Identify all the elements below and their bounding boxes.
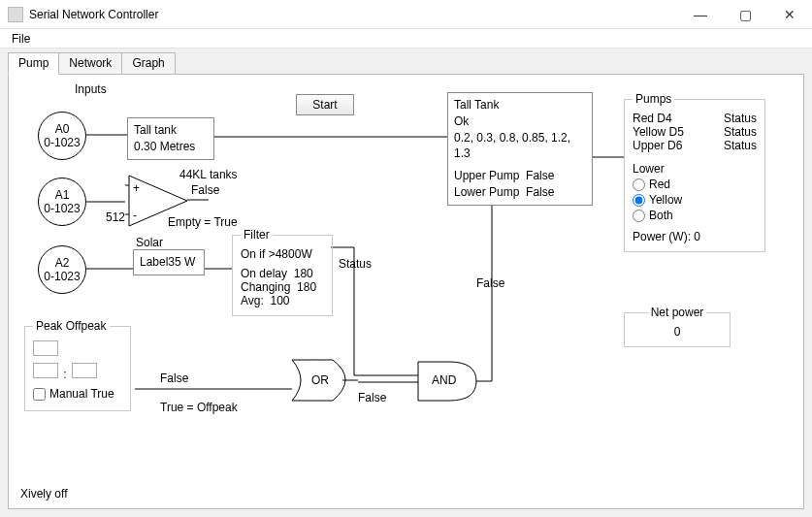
tall-tank-panel-title: Tall Tank — [454, 97, 586, 113]
peak-output: False — [160, 372, 188, 385]
peak-colon: : — [63, 368, 66, 381]
tall-tank-title: Tall tank — [134, 122, 208, 139]
maximize-button[interactable]: ▢ — [723, 0, 767, 29]
peak-input-3[interactable] — [72, 363, 97, 378]
filter-avg-label: Avg: — [241, 294, 264, 307]
net-power-legend: Net power — [648, 306, 707, 319]
filter-group: Filter On if >4800W On delay 180 Changin… — [232, 228, 333, 316]
tab-page-pump: Inputs Start A0 0-1023 Tall tank 0.30 Me… — [8, 74, 804, 509]
tall-tank-panel: Tall Tank Ok 0.2, 0.3, 0.8, 0.85, 1.2, 1… — [447, 92, 593, 206]
solar-value: Label35 W — [140, 254, 198, 271]
and-gate-label: AND — [432, 373, 456, 387]
close-button[interactable]: ✕ — [767, 0, 812, 29]
pump-row-upper: Upper D6 Status — [633, 139, 757, 152]
solar-box: Solar Label35 W — [133, 249, 205, 275]
radio-both[interactable]: Both — [633, 209, 757, 222]
filter-ondelay-label: On delay — [241, 267, 287, 280]
comparator-output: False — [191, 183, 219, 197]
peak-input-2[interactable] — [33, 363, 58, 378]
tall-tank-panel-status: Ok — [454, 113, 586, 130]
titlebar: Serial Network Controller — ▢ ✕ — [0, 0, 812, 29]
window-title: Serial Network Controller — [29, 8, 678, 21]
pumps-panel: Pumps Red D4 Status Yellow D5 Status Upp… — [624, 92, 765, 252]
filter-ondelay: 180 — [294, 267, 313, 280]
power-value: 0 — [694, 230, 700, 243]
comparator-title: 44KL tanks — [179, 168, 238, 181]
pump-red-name: Red D4 — [633, 112, 672, 125]
or-gate-label: OR — [311, 373, 329, 387]
manual-true-checkbox[interactable]: Manual True — [33, 387, 122, 401]
pump-row-yellow: Yellow D5 Status — [633, 125, 757, 139]
lower-pump-value: False — [526, 185, 554, 199]
analog-a0: A0 0-1023 — [38, 112, 86, 160]
radio-both-input[interactable] — [633, 210, 645, 222]
radio-yellow[interactable]: Yellow — [633, 193, 757, 207]
pump-yellow-status: Status — [724, 125, 757, 139]
pump-upper-name: Upper D6 — [633, 139, 682, 152]
filter-legend: Filter — [241, 228, 273, 242]
solar-title: Solar — [136, 235, 163, 251]
menubar: File — [0, 29, 812, 48]
peak-offpeak-group: Peak Offpeak : Manual True — [24, 319, 131, 411]
pump-red-status: Status — [724, 112, 757, 125]
radio-red-label: Red — [649, 178, 670, 191]
upper-pump-label: Upper Pump — [454, 169, 519, 182]
net-power-value: 0 — [633, 325, 722, 339]
tab-network[interactable]: Network — [58, 52, 122, 75]
pump-yellow-name: Yellow D5 — [633, 125, 684, 139]
xively-status: Xively off — [20, 487, 67, 501]
manual-true-input[interactable] — [33, 388, 46, 401]
start-button[interactable]: Start — [296, 94, 354, 115]
a1-range: 0-1023 — [44, 202, 80, 215]
radio-yellow-label: Yellow — [649, 193, 682, 207]
app-icon — [8, 7, 23, 22]
tab-pump[interactable]: Pump — [8, 52, 59, 75]
filter-status: Status — [339, 257, 372, 271]
a0-range: 0-1023 — [44, 136, 80, 149]
and-gate-side: False — [476, 276, 504, 290]
radio-red[interactable]: Red — [633, 178, 757, 191]
pump-row-red: Red D4 Status — [633, 112, 757, 125]
radio-yellow-input[interactable] — [633, 194, 645, 207]
analog-a1: A1 0-1023 — [38, 178, 86, 226]
tab-graph[interactable]: Graph — [121, 52, 175, 75]
peak-note: True = Offpeak — [160, 401, 238, 414]
menu-file[interactable]: File — [6, 30, 36, 48]
tall-tank-reading: Tall tank 0.30 Metres — [127, 117, 214, 160]
filter-cond: On if >4800W — [241, 247, 324, 261]
radio-red-input[interactable] — [633, 178, 645, 191]
tall-tank-value: 0.30 Metres — [134, 139, 208, 155]
comparator-minus: - — [133, 209, 137, 222]
comparator-plus: + — [133, 181, 140, 195]
a2-name: A2 — [55, 256, 70, 270]
pumps-legend: Pumps — [633, 92, 674, 106]
upper-pump-value: False — [526, 169, 554, 182]
power-label: Power (W): — [633, 230, 691, 243]
pump-upper-status: Status — [724, 139, 757, 152]
a1-name: A1 — [55, 188, 70, 202]
tab-strip: Pump Network Graph — [0, 48, 812, 75]
minimize-button[interactable]: — — [678, 0, 723, 29]
peak-input-1[interactable] — [33, 340, 58, 356]
radio-both-label: Both — [649, 209, 673, 222]
comparator-threshold: 512 — [106, 210, 125, 224]
filter-changing-label: Changing — [241, 280, 290, 294]
analog-a2: A2 0-1023 — [38, 245, 86, 294]
lower-label: Lower — [633, 162, 757, 176]
a0-name: A0 — [55, 122, 70, 136]
or-gate-output: False — [358, 391, 386, 404]
filter-changing: 180 — [297, 280, 316, 294]
filter-avg: 100 — [270, 294, 289, 307]
tall-tank-panel-levels: 0.2, 0.3, 0.8, 0.85, 1.2, 1.3 — [454, 130, 586, 163]
inputs-header: Inputs — [75, 82, 107, 96]
comparator-note: Empty = True — [168, 215, 238, 229]
lower-pump-label: Lower Pump — [454, 185, 519, 199]
peak-legend: Peak Offpeak — [33, 319, 110, 333]
a2-range: 0-1023 — [44, 270, 80, 283]
net-power-group: Net power 0 — [624, 306, 731, 347]
manual-true-label: Manual True — [49, 387, 114, 401]
